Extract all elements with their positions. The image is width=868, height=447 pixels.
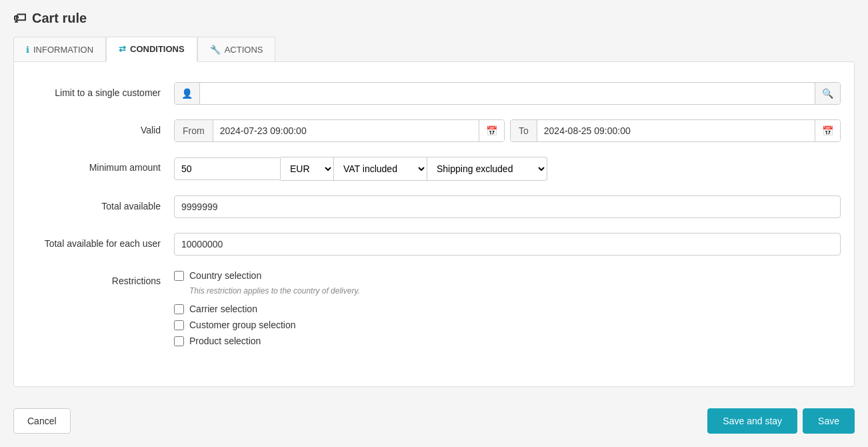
search-icon[interactable]: 🔍 [815,83,840,104]
min-amount-controls: EUR USD GBP VAT included VAT excluded Sh… [174,157,841,181]
total-available-label: Total available [27,195,174,211]
carrier-selection-row: Carrier selection [174,304,841,314]
to-date-group: To 📅 [510,119,841,142]
country-selection-row: Country selection [174,270,841,281]
info-icon: ℹ [26,45,29,55]
total-per-user-input[interactable] [174,233,841,256]
from-date-group: From 📅 [174,119,505,142]
wrench-icon: 🔧 [210,45,221,55]
limit-customer-input[interactable] [200,83,815,104]
page-title: 🏷 Cart rule [13,11,855,26]
save-button[interactable]: Save [803,408,855,434]
carrier-selection-label[interactable]: Carrier selection [189,304,257,314]
product-selection-checkbox[interactable] [174,336,184,346]
restrictions-label: Restrictions [27,270,174,286]
person-icon: 👤 [175,83,200,104]
limit-customer-input-wrapper: 👤 🔍 [174,82,841,105]
product-selection-label[interactable]: Product selection [189,336,261,346]
currency-select[interactable]: EUR USD GBP [281,157,334,181]
footer-bar: Cancel Save and stay Save [13,400,855,434]
customer-group-label[interactable]: Customer group selection [189,320,296,330]
tab-conditions[interactable]: ⇄ CONDITIONS [106,37,197,62]
tab-actions[interactable]: 🔧 ACTIONS [197,37,276,61]
total-available-row: Total available [27,195,841,218]
vat-select[interactable]: VAT included VAT excluded [334,157,427,181]
total-per-user-row: Total available for each user [27,233,841,256]
valid-row: Valid From 📅 To 📅 [27,119,841,142]
from-calendar-icon[interactable]: 📅 [479,120,504,141]
from-date-input[interactable] [213,120,479,141]
save-and-stay-button[interactable]: Save and stay [707,408,797,434]
tag-icon: 🏷 [13,11,27,26]
minimum-amount-input[interactable] [174,157,281,180]
tab-information[interactable]: ℹ INFORMATION [13,37,106,61]
restrictions-row: Restrictions Country selection This rest… [27,270,841,352]
country-selection-hint: This restriction applies to the country … [189,286,841,296]
customer-group-checkbox[interactable] [174,320,184,330]
country-selection-label[interactable]: Country selection [189,270,261,281]
minimum-amount-label: Minimum amount [27,157,174,173]
minimum-amount-row: Minimum amount EUR USD GBP VAT included … [27,157,841,181]
tab-bar: ℹ INFORMATION ⇄ CONDITIONS 🔧 ACTIONS [13,37,855,61]
total-available-input[interactable] [174,195,841,218]
conditions-icon: ⇄ [119,44,126,54]
customer-group-row: Customer group selection [174,320,841,330]
shipping-select[interactable]: Shipping excluded Shipping included [427,157,547,181]
to-date-input[interactable] [537,120,815,141]
carrier-selection-checkbox[interactable] [174,304,184,314]
country-selection-checkbox[interactable] [174,271,184,281]
form-card: Limit to a single customer 👤 🔍 Valid Fro… [13,61,855,387]
total-per-user-label: Total available for each user [27,233,174,249]
product-selection-row: Product selection [174,336,841,346]
save-button-group: Save and stay Save [707,408,855,434]
cancel-button[interactable]: Cancel [13,408,71,434]
from-label: From [175,120,213,141]
limit-customer-label: Limit to a single customer [27,82,174,98]
to-calendar-icon[interactable]: 📅 [815,120,840,141]
restrictions-controls: Country selection This restriction appli… [174,270,841,352]
limit-customer-row: Limit to a single customer 👤 🔍 [27,82,841,105]
valid-label: Valid [27,119,174,135]
to-label: To [511,120,537,141]
